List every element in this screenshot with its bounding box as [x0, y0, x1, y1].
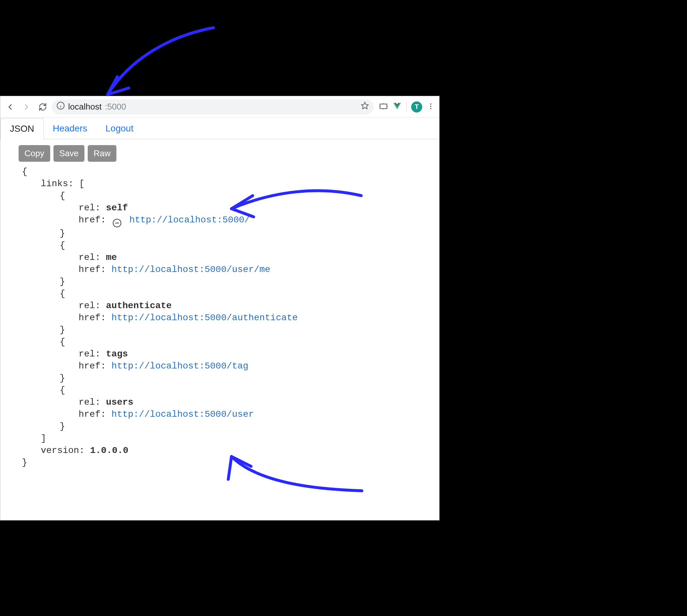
- json-version-value: 1.0.0.0: [90, 445, 129, 456]
- collapse-toggle-icon[interactable]: [113, 219, 121, 227]
- browser-window: localhost:5000 T JSON Headers Logout: [0, 96, 440, 521]
- copy-button[interactable]: Copy: [19, 145, 50, 162]
- toolbar-extensions: T: [376, 102, 437, 112]
- json-href-link[interactable]: http://localhost:5000/authenticate: [112, 313, 298, 323]
- svg-point-10: [430, 106, 431, 107]
- json-viewer: {links: [{rel: selfhref: http://localhos…: [0, 164, 439, 520]
- bookmark-star-icon[interactable]: [361, 102, 369, 112]
- vue-devtools-icon[interactable]: [393, 102, 402, 112]
- annotation-top: Looks HTML for ap then: [378, 170, 426, 299]
- svg-point-9: [430, 103, 431, 105]
- raw-button[interactable]: Raw: [88, 145, 116, 162]
- json-rel-value: me: [106, 252, 117, 263]
- svg-point-11: [430, 108, 431, 109]
- browser-toolbar: localhost:5000 T: [0, 96, 439, 118]
- tab-headers[interactable]: Headers: [44, 118, 96, 139]
- svg-marker-3: [361, 102, 369, 109]
- address-bar[interactable]: localhost:5000: [52, 100, 374, 114]
- url-host: localhost: [68, 102, 102, 112]
- kebab-menu-icon[interactable]: [427, 103, 435, 112]
- devtools-icon[interactable]: [379, 102, 388, 112]
- save-button[interactable]: Save: [53, 145, 85, 162]
- forward-button[interactable]: [19, 100, 34, 114]
- json-href-link[interactable]: http://localhost:5000/tag: [112, 361, 248, 371]
- json-rel-value: users: [106, 397, 133, 407]
- json-href-link[interactable]: http://localhost:5000/user: [112, 409, 254, 419]
- url-port: :5000: [105, 102, 126, 112]
- json-href-link[interactable]: http://localhost:5000/: [129, 215, 250, 225]
- profile-avatar[interactable]: T: [411, 102, 422, 112]
- back-button[interactable]: [3, 100, 17, 114]
- reload-button[interactable]: [36, 100, 50, 114]
- json-rel-value: self: [106, 203, 128, 213]
- annotation-bottom: Root auth: [386, 457, 419, 521]
- tab-logout[interactable]: Logout: [96, 118, 143, 139]
- tab-json[interactable]: JSON: [0, 118, 44, 139]
- json-rel-value: tags: [106, 349, 128, 359]
- view-tabs: JSON Headers Logout: [0, 118, 439, 139]
- json-rel-value: authenticate: [106, 301, 172, 311]
- json-actions: Copy Save Raw: [0, 139, 439, 164]
- toolbar-separator: [406, 102, 406, 112]
- svg-rect-4: [380, 104, 387, 109]
- site-info-icon[interactable]: [57, 102, 65, 112]
- json-href-link[interactable]: http://localhost:5000/user/me: [112, 264, 270, 274]
